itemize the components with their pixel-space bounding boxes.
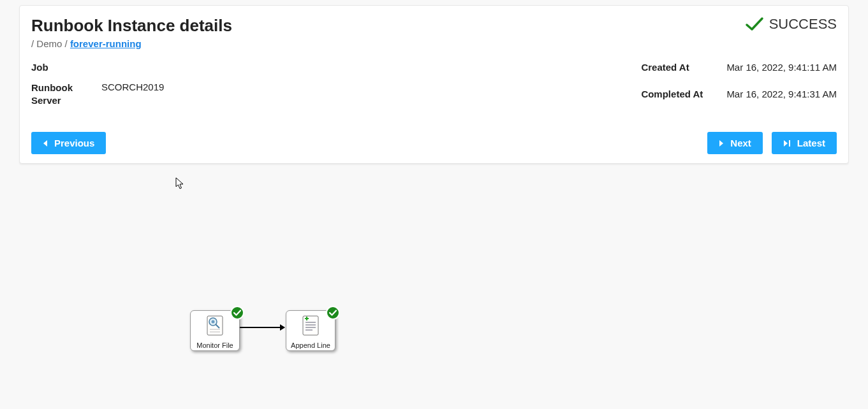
previous-button-label: Previous [54,138,94,148]
created-value: Mar 16, 2022, 9:41:11 AM [726,62,837,80]
right-buttons: Next Latest [707,132,837,154]
status-label: SUCCESS [769,16,837,32]
success-badge-icon [230,306,244,320]
details-panel: Runbook Instance details / Demo / foreve… [19,5,849,164]
job-value [101,62,164,73]
page-title: Runbook Instance details [31,16,232,36]
breadcrumb: / Demo / forever-running [31,38,232,49]
status-badge: SUCCESS [745,16,837,32]
mouse-cursor-icon [175,177,184,190]
info-grid: Job Runbook Server SCORCH2019 Created At… [31,62,837,106]
svg-rect-0 [789,140,790,147]
header-row: Runbook Instance details / Demo / foreve… [31,16,837,49]
success-badge-icon [326,306,340,320]
job-label: Job [31,62,101,73]
workflow-node-monitor-file[interactable]: Monitor File [190,310,240,351]
server-label: Runbook Server [31,82,101,106]
workflow-node-append-line[interactable]: Append Line [286,310,335,351]
breadcrumb-sep: / [65,38,68,49]
header-left: Runbook Instance details / Demo / foreve… [31,16,232,49]
completed-label: Completed At [641,89,717,106]
caret-right-icon [719,140,724,147]
right-info: Created At Mar 16, 2022, 9:41:11 AM Comp… [641,62,837,106]
next-button-label: Next [730,138,751,148]
latest-button[interactable]: Latest [772,132,837,154]
check-icon [745,17,764,32]
latest-button-label: Latest [797,138,825,148]
monitor-file-icon [204,313,226,336]
skip-end-icon [783,140,791,147]
caret-left-icon [43,140,48,147]
breadcrumb-sep: / [31,38,34,49]
svg-point-3 [212,320,215,324]
left-info: Job Runbook Server SCORCH2019 [31,62,164,106]
append-line-icon [300,313,321,336]
previous-button[interactable]: Previous [31,132,106,154]
completed-value: Mar 16, 2022, 9:41:31 AM [726,89,837,106]
breadcrumb-runbook-link[interactable]: forever-running [70,38,142,49]
button-row: Previous Next Latest [31,132,837,154]
workflow-connector [240,327,284,328]
server-value: SCORCH2019 [101,82,164,106]
breadcrumb-folder: Demo [36,38,62,49]
workflow-node-label: Monitor File [196,342,233,349]
created-label: Created At [641,62,717,80]
next-button[interactable]: Next [707,132,763,154]
workflow-node-label: Append Line [291,342,330,349]
